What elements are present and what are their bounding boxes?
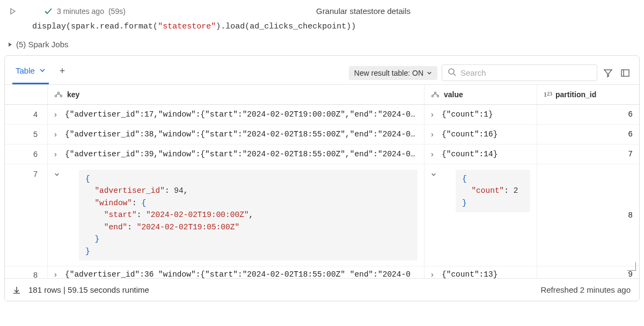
row-number: 5: [5, 125, 48, 144]
run-cell-button[interactable]: [9, 7, 17, 16]
cell-partition-id: 6: [544, 110, 633, 119]
cell-value: {"count":1}: [442, 110, 530, 119]
filter-icon[interactable]: [602, 67, 614, 79]
struct-type-icon: [54, 91, 63, 98]
table-row[interactable]: 5 ›{"advertiser_id":38,"window":{"start"…: [5, 125, 639, 144]
svg-point-6: [60, 95, 62, 97]
results-panel: Table + New result table: ON: [4, 55, 640, 301]
chevron-down-icon: [427, 69, 432, 77]
dropdown-label: New result table: ON: [354, 69, 423, 77]
column-layout-icon[interactable]: [619, 67, 632, 79]
cell-partition-id: 6: [544, 130, 633, 139]
expand-caret-icon[interactable]: ›: [54, 110, 61, 119]
download-icon[interactable]: [12, 286, 21, 294]
svg-point-0: [449, 69, 454, 74]
tab-table[interactable]: Table: [12, 62, 49, 84]
collapse-caret-icon[interactable]: [54, 172, 61, 177]
code-cell[interactable]: display(spark.read.format("statestore").…: [4, 18, 640, 35]
expand-corner-icon[interactable]: [627, 262, 636, 271]
svg-line-1: [453, 74, 456, 76]
json-expanded-value: { "count": 2 }: [456, 170, 530, 212]
svg-point-11: [437, 95, 438, 97]
cell-key: {"advertiser_id":36 "window":{"start":"2…: [65, 270, 418, 278]
table-row-expanded[interactable]: 7 { "advertiser_id": 94, "window": { "st…: [5, 164, 639, 266]
results-table: key value 123 partition_id 4 ›{"advertis…: [5, 85, 639, 278]
search-icon: [448, 68, 456, 78]
expand-caret-icon[interactable]: ›: [431, 270, 437, 278]
numeric-type-icon: 123: [544, 91, 552, 99]
cell-key: {"advertiser_id":17,"window":{"start":"2…: [65, 110, 418, 119]
cell-title: Granular statestore details: [91, 6, 635, 16]
column-header-key[interactable]: key: [48, 85, 425, 104]
search-box[interactable]: [442, 64, 597, 81]
svg-line-7: [56, 94, 58, 96]
cell-partition-id: 8: [544, 211, 633, 220]
row-number: 4: [5, 105, 48, 124]
table-row[interactable]: 4 ›{"advertiser_id":17,"window":{"start"…: [5, 105, 639, 125]
spark-jobs-label: (5) Spark Jobs: [16, 40, 69, 49]
tab-label: Table: [16, 66, 35, 75]
expand-caret-icon[interactable]: ›: [54, 130, 61, 139]
expand-caret-icon[interactable]: ›: [431, 130, 437, 139]
row-number: 7: [5, 164, 48, 266]
cell-value: {"count":13}: [442, 270, 530, 278]
svg-rect-2: [621, 70, 629, 76]
cell-partition-id: 9: [544, 270, 633, 278]
collapse-caret-icon[interactable]: [431, 172, 437, 177]
svg-line-8: [58, 94, 61, 96]
svg-line-13: [435, 94, 438, 96]
expand-caret-icon[interactable]: ›: [431, 110, 437, 119]
row-count: 181 rows | 59.15 seconds runtime: [28, 285, 149, 294]
expand-caret-icon[interactable]: ›: [431, 150, 437, 158]
caret-right-icon: [9, 42, 12, 47]
row-number: 6: [5, 144, 48, 164]
chevron-down-icon: [39, 66, 46, 75]
row-number: 8: [5, 266, 48, 278]
table-row[interactable]: 8 ›{"advertiser_id":36 "window":{"start"…: [5, 266, 639, 278]
cell-value: {"count":14}: [442, 150, 530, 158]
cell-partition-id: 7: [544, 150, 633, 158]
cell-key: {"advertiser_id":39,"window":{"start":"2…: [65, 150, 418, 158]
row-number-header: [5, 85, 48, 104]
result-table-toggle[interactable]: New result table: ON: [349, 66, 437, 80]
svg-point-5: [55, 95, 56, 97]
column-header-partition-id[interactable]: 123 partition_id: [537, 85, 639, 104]
cell-value: {"count":16}: [442, 130, 530, 139]
json-expanded-key: { "advertiser_id": 94, "window": { "star…: [79, 170, 418, 260]
svg-point-4: [57, 92, 59, 93]
table-row[interactable]: 6 ›{"advertiser_id":39,"window":{"start"…: [5, 144, 639, 164]
add-tab-button[interactable]: +: [53, 61, 71, 84]
spark-jobs-toggle[interactable]: (5) Spark Jobs: [4, 35, 640, 53]
expand-caret-icon[interactable]: ›: [54, 270, 61, 278]
svg-point-9: [434, 92, 436, 93]
refreshed-label: Refreshed 2 minutes ago: [540, 285, 631, 294]
success-check-icon: [44, 7, 53, 16]
expand-caret-icon[interactable]: ›: [54, 150, 61, 158]
cell-key: {"advertiser_id":38,"window":{"start":"2…: [65, 130, 418, 139]
struct-type-icon: [431, 91, 440, 98]
svg-line-12: [433, 94, 435, 96]
column-header-value[interactable]: value: [425, 85, 537, 104]
search-input[interactable]: [460, 68, 591, 77]
svg-point-10: [431, 95, 433, 97]
